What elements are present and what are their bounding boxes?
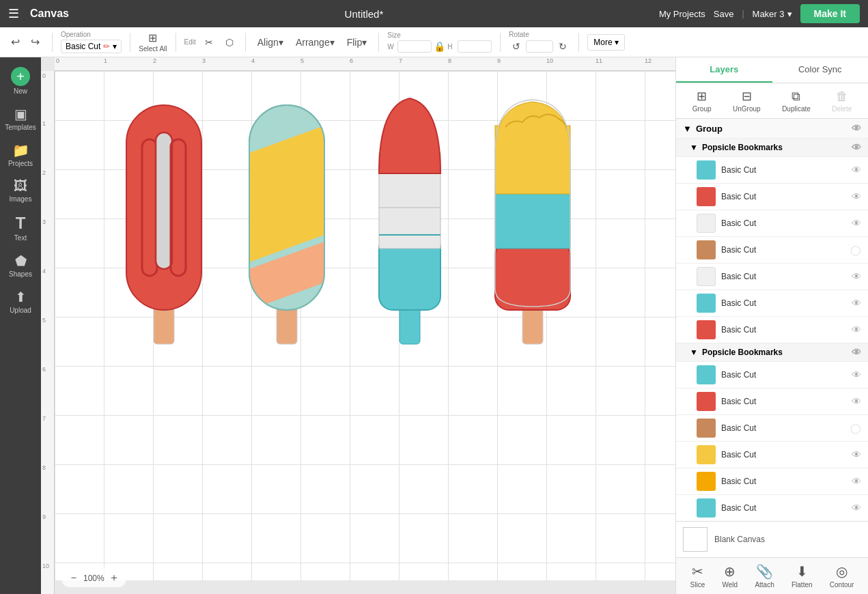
sidebar-item-text[interactable]: T Text bbox=[2, 210, 39, 246]
select-all-label: Select All bbox=[139, 45, 167, 53]
visibility-icon[interactable]: 👁 bbox=[852, 165, 861, 175]
visibility-icon[interactable]: 👁 bbox=[852, 476, 861, 487]
sidebar-item-shapes[interactable]: ⬟ Shapes bbox=[2, 249, 39, 282]
layer-item[interactable]: Basic Cut 👁 bbox=[676, 157, 868, 184]
new-icon: + bbox=[11, 67, 30, 86]
visibility-icon-hidden[interactable]: ◯ bbox=[850, 423, 861, 434]
popsicle-4[interactable] bbox=[485, 85, 580, 351]
canvas-area[interactable]: 0 1 2 3 4 5 6 7 8 9 10 11 12 0 1 2 3 4 5… bbox=[41, 57, 675, 594]
operation-label: Operation bbox=[61, 31, 91, 38]
tab-layers[interactable]: Layers bbox=[676, 57, 772, 83]
layers-scroll[interactable]: ▼ Group 👁 ▼ Popsicle Bookmarks 👁 Basic C… bbox=[676, 119, 868, 521]
layer-item[interactable]: Basic Cut 👁 bbox=[676, 317, 868, 343]
maker-label: Maker 3 bbox=[753, 9, 785, 19]
offset-icon[interactable]: ⬡ bbox=[222, 36, 237, 49]
rotate-input[interactable] bbox=[526, 40, 553, 53]
sidebar-item-images[interactable]: 🖼 Images bbox=[2, 174, 39, 207]
rotate-ccw-icon[interactable]: ↺ bbox=[509, 40, 524, 53]
layer-item[interactable]: Basic Cut 👁 bbox=[676, 264, 868, 290]
ungroup-label: UnGroup bbox=[733, 105, 761, 113]
color-swatch bbox=[697, 294, 716, 313]
sidebar-item-new[interactable]: + New bbox=[2, 63, 39, 99]
layer-item[interactable]: Basic Cut 👁 bbox=[676, 290, 868, 317]
layer-item[interactable]: Basic Cut 👁 bbox=[676, 495, 868, 521]
undo-button[interactable]: ↩ bbox=[7, 34, 24, 50]
ruler-11: 11 bbox=[596, 57, 602, 64]
popsicle-2[interactable] bbox=[239, 85, 335, 351]
subgroup-1-eye-icon[interactable]: 👁 bbox=[852, 142, 861, 153]
select-all-button[interactable]: ⊞ Select All bbox=[139, 31, 167, 53]
popsicle-3[interactable] bbox=[362, 85, 458, 351]
sidebar-item-templates[interactable]: ▣ Templates bbox=[2, 102, 39, 135]
upload-icon: ⬆ bbox=[15, 289, 27, 305]
visibility-icon[interactable]: 👁 bbox=[852, 449, 861, 460]
divider-3 bbox=[176, 33, 176, 52]
basic-cut-value: Basic Cut bbox=[66, 42, 100, 51]
visibility-icon-hidden[interactable]: ◯ bbox=[850, 244, 861, 255]
visibility-icon[interactable]: 👁 bbox=[852, 396, 861, 407]
arrange-button[interactable]: Arrange▾ bbox=[292, 36, 338, 49]
zoom-out-button[interactable]: － bbox=[68, 571, 79, 585]
subgroup-2-eye-icon[interactable]: 👁 bbox=[852, 347, 861, 358]
save-button[interactable]: Save bbox=[714, 9, 734, 19]
layer-item[interactable]: Basic Cut 👁 bbox=[676, 362, 868, 388]
lock-icon[interactable]: 🔒 bbox=[434, 41, 445, 52]
delete-icon: 🗑 bbox=[836, 89, 848, 104]
grid-canvas[interactable] bbox=[55, 71, 675, 580]
rotate-cw-icon[interactable]: ↻ bbox=[555, 40, 570, 53]
height-input[interactable] bbox=[458, 40, 492, 53]
attach-button[interactable]: 📎 Attach bbox=[755, 563, 774, 589]
weld-button[interactable]: ⊕ Weld bbox=[723, 563, 738, 589]
visibility-icon[interactable]: 👁 bbox=[852, 218, 861, 229]
more-button[interactable]: More ▾ bbox=[587, 34, 625, 51]
popsicle-1[interactable] bbox=[116, 85, 212, 351]
slice-button[interactable]: ✂ Slice bbox=[690, 563, 705, 589]
sidebar-label-shapes: Shapes bbox=[9, 270, 32, 278]
sidebar-item-projects[interactable]: 📁 Projects bbox=[2, 138, 39, 171]
layer-item[interactable]: Basic Cut ◯ bbox=[676, 237, 868, 264]
visibility-icon[interactable]: 👁 bbox=[852, 191, 861, 202]
layer-item[interactable]: Basic Cut 👁 bbox=[676, 184, 868, 210]
layer-item[interactable]: Basic Cut 👁 bbox=[676, 468, 868, 495]
width-input[interactable] bbox=[397, 40, 432, 53]
duplicate-button[interactable]: ⧉ Duplicate bbox=[782, 89, 811, 113]
group-button[interactable]: ⊞ Group bbox=[692, 89, 712, 113]
visibility-icon[interactable]: 👁 bbox=[852, 271, 861, 282]
align-label: Align bbox=[257, 37, 279, 48]
layer-item[interactable]: Basic Cut ◯ bbox=[676, 415, 868, 442]
cut-icon[interactable]: ✂ bbox=[201, 36, 216, 49]
operation-select[interactable]: Basic Cut ✏ ▾ bbox=[61, 40, 122, 53]
visibility-icon[interactable]: 👁 bbox=[852, 369, 861, 380]
left-sidebar: + New ▣ Templates 📁 Projects 🖼 Images T … bbox=[0, 57, 41, 594]
menu-icon[interactable]: ☰ bbox=[8, 6, 19, 21]
zoom-in-button[interactable]: ＋ bbox=[109, 571, 120, 585]
tab-color-sync[interactable]: Color Sync bbox=[772, 57, 869, 83]
delete-button[interactable]: 🗑 Delete bbox=[832, 89, 852, 113]
sidebar-label-text: Text bbox=[14, 234, 27, 242]
layer-group-header[interactable]: ▼ Group 👁 bbox=[676, 119, 868, 139]
visibility-icon[interactable]: 👁 bbox=[852, 503, 861, 513]
layer-item[interactable]: Basic Cut 👁 bbox=[676, 442, 868, 468]
color-swatch bbox=[697, 267, 716, 286]
ungroup-button[interactable]: ⊟ UnGroup bbox=[733, 89, 761, 113]
contour-button[interactable]: ◎ Contour bbox=[830, 563, 854, 589]
layer-subgroup-2-header[interactable]: ▼ Popsicle Bookmarks 👁 bbox=[676, 343, 868, 362]
contour-icon: ◎ bbox=[836, 563, 848, 580]
my-projects-button[interactable]: My Projects bbox=[659, 9, 705, 19]
layer-subgroup-1-header[interactable]: ▼ Popsicle Bookmarks 👁 bbox=[676, 139, 868, 157]
app-title: Canvas bbox=[30, 8, 69, 20]
layer-item[interactable]: Basic Cut 👁 bbox=[676, 388, 868, 415]
projects-icon: 📁 bbox=[12, 142, 29, 158]
group-eye-icon[interactable]: 👁 bbox=[852, 123, 861, 134]
layer-item[interactable]: Basic Cut 👁 bbox=[676, 210, 868, 237]
maker-select-button[interactable]: Maker 3 ▾ bbox=[753, 9, 792, 19]
visibility-icon[interactable]: 👁 bbox=[852, 324, 861, 335]
align-button[interactable]: Align▾ bbox=[254, 36, 287, 49]
redo-button[interactable]: ↪ bbox=[27, 34, 44, 50]
make-it-button[interactable]: Make It bbox=[800, 4, 860, 23]
sidebar-item-upload[interactable]: ⬆ Upload bbox=[2, 285, 39, 318]
flip-button[interactable]: Flip▾ bbox=[344, 36, 371, 49]
flatten-button[interactable]: ⬇ Flatten bbox=[792, 563, 813, 589]
visibility-icon[interactable]: 👁 bbox=[852, 298, 861, 309]
ruler-3: 3 bbox=[202, 57, 206, 64]
